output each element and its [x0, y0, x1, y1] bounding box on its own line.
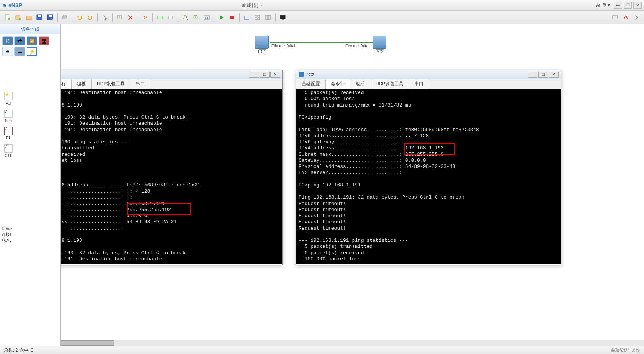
- palette-connection[interactable]: ⚡: [27, 47, 37, 56]
- svg-rect-22: [258, 15, 260, 17]
- tooltray-ctl[interactable]: ╱CTL: [2, 143, 15, 158]
- pc-icon: [373, 36, 386, 49]
- svg-rect-8: [49, 15, 52, 17]
- open-icon[interactable]: [24, 13, 33, 22]
- maximize-button[interactable]: ☐: [624, 2, 632, 9]
- broom-icon[interactable]: [141, 13, 150, 22]
- status-right: 获取帮助与反馈: [611, 346, 640, 354]
- start-icon[interactable]: [217, 13, 226, 22]
- monitor-icon[interactable]: [278, 13, 287, 22]
- toolbar: ·· 1:1: [0, 11, 644, 24]
- zoom-out-icon[interactable]: [181, 13, 190, 22]
- tab-serial[interactable]: 串口: [409, 79, 429, 89]
- huawei-icon[interactable]: [621, 13, 630, 22]
- maximize-button[interactable]: ☐: [260, 72, 270, 78]
- tooltray-serial[interactable]: ╱Seri: [2, 108, 15, 124]
- maximize-button[interactable]: ☐: [538, 72, 548, 78]
- zoom-in-icon[interactable]: [115, 13, 124, 22]
- tab-cli[interactable]: 命令行: [326, 79, 350, 89]
- close-button[interactable]: X: [270, 72, 280, 78]
- terminal-titlebar[interactable]: PC2 — ☐ X: [296, 70, 561, 79]
- svg-rect-10: [63, 15, 66, 17]
- saveas-icon[interactable]: [45, 13, 55, 22]
- node-pc2[interactable]: PC2: [372, 36, 387, 54]
- node-pc1[interactable]: PC1: [254, 36, 270, 54]
- palette-firewall[interactable]: ▦: [39, 36, 49, 45]
- stop-icon[interactable]: [227, 13, 237, 22]
- svg-rect-23: [255, 18, 257, 20]
- canvas[interactable]: PC1 PC2 Ethernet 0/0/1 Ethernet 0/0/1 PC…: [61, 24, 644, 346]
- tab-udp[interactable]: UDP发包工具: [92, 79, 130, 89]
- sidebar: 设备连线 R ⇄ 📶 ▦ 🖥 ☁ ⚡: [0, 24, 61, 346]
- svg-rect-26: [268, 15, 270, 20]
- terminal-icon: [299, 72, 304, 77]
- app-logo: ≋ eNSP: [2, 2, 22, 8]
- tab-cli[interactable]: 命令行: [61, 79, 72, 89]
- palette-wlan[interactable]: 📶: [27, 36, 37, 45]
- close-button[interactable]: ✕: [633, 2, 642, 9]
- delete-icon[interactable]: [126, 13, 135, 22]
- terminal-titlebar[interactable]: PC1 — ☐ X: [61, 70, 282, 79]
- status-left: 总数: 2 选中: 0: [4, 346, 33, 354]
- close-button[interactable]: X: [549, 72, 559, 78]
- svg-rect-20: [244, 16, 249, 19]
- svg-point-3: [19, 18, 21, 20]
- arrange-icon[interactable]: [263, 13, 273, 22]
- chevron-right-icon[interactable]: [632, 13, 641, 22]
- new-doc-icon[interactable]: [3, 13, 12, 22]
- terminal-output[interactable]: 5 packet(s) received 0.00% packet loss r…: [296, 89, 561, 264]
- tab-multicast[interactable]: 组播: [72, 79, 92, 89]
- link-line[interactable]: [270, 42, 373, 43]
- svg-rect-4: [26, 16, 31, 20]
- terminal-pc1[interactable]: PC1 — ☐ X 基础配置 命令行 组播 UDP发包工具 串口 From 19…: [61, 70, 283, 265]
- capture-icon[interactable]: [242, 13, 251, 22]
- grid-icon[interactable]: [253, 13, 262, 22]
- svg-rect-21: [255, 15, 257, 17]
- message-icon[interactable]: [611, 13, 620, 22]
- window-title: 新建拓扑: [242, 2, 262, 9]
- sidebar-header: 设备连线: [0, 24, 60, 34]
- palette-cloud[interactable]: ☁: [14, 47, 25, 56]
- palette-router[interactable]: R: [2, 36, 13, 45]
- menu-button[interactable]: 菜 单 ▾: [594, 1, 612, 9]
- palette-switch[interactable]: ⇄: [14, 36, 25, 45]
- titlebar: ≋ eNSP 新建拓扑 菜 单 ▾ — ☐ ✕: [0, 0, 644, 11]
- minimize-button[interactable]: —: [249, 72, 259, 78]
- minimize-button[interactable]: —: [528, 72, 537, 78]
- terminal-title: PC2: [306, 72, 528, 77]
- rect-icon[interactable]: [155, 13, 165, 22]
- undo-icon[interactable]: [75, 13, 84, 22]
- pointer-icon[interactable]: [100, 13, 110, 22]
- minimize-button[interactable]: —: [614, 2, 622, 9]
- pc-icon: [255, 36, 269, 49]
- text-icon[interactable]: ··: [166, 13, 175, 22]
- tab-serial[interactable]: 串口: [130, 79, 150, 89]
- svg-rect-6: [38, 15, 41, 17]
- terminal-tabs: 基础配置 命令行 组播 UDP发包工具 串口: [296, 79, 561, 89]
- new-project-icon[interactable]: [14, 13, 23, 22]
- svg-rect-12: [158, 16, 162, 19]
- zoom-100-icon[interactable]: 1:1: [202, 13, 211, 22]
- svg-rect-28: [282, 19, 284, 20]
- tab-udp[interactable]: UDP发包工具: [370, 79, 409, 89]
- palette-pc[interactable]: 🖥: [2, 47, 13, 56]
- print-icon[interactable]: [60, 13, 69, 22]
- tab-basic[interactable]: 基础配置: [296, 79, 326, 89]
- terminal-pc2[interactable]: PC2 — ☐ X 基础配置 命令行 组播 UDP发包工具 串口 5 packe…: [296, 70, 561, 265]
- svg-rect-25: [266, 15, 268, 20]
- tooltray-auto[interactable]: ⚡Au: [2, 91, 15, 106]
- save-icon[interactable]: [35, 13, 44, 22]
- redo-icon[interactable]: [86, 13, 95, 22]
- device-palette: R ⇄ 📶 ▦ 🖥 ☁ ⚡: [0, 34, 60, 58]
- svg-text:··: ··: [169, 16, 171, 19]
- svg-rect-29: [613, 16, 618, 19]
- horizontal-scrollbar[interactable]: [61, 340, 644, 346]
- svg-text:1:1: 1:1: [205, 16, 208, 19]
- tooltray-info: Ether 连接i 兆以;: [2, 226, 12, 243]
- zoom-fit-icon[interactable]: [191, 13, 201, 22]
- tab-multicast[interactable]: 组播: [350, 79, 370, 89]
- tooltray-e1[interactable]: ╱E1: [2, 126, 15, 141]
- scrollbar-thumb[interactable]: [61, 340, 114, 346]
- link-label-left: Ethernet 0/0/1: [271, 44, 295, 48]
- terminal-output[interactable]: From 192.168.1.191: Destination host unr…: [61, 89, 282, 264]
